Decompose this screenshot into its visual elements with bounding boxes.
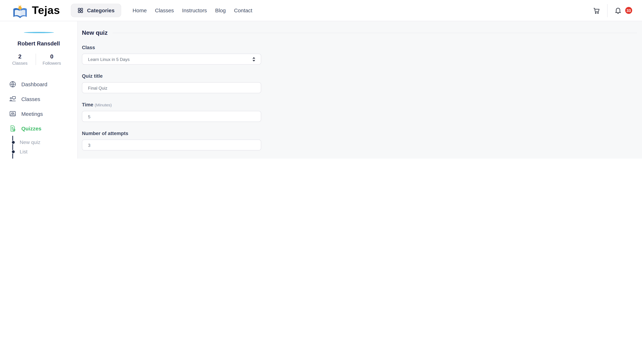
class-select-value: Learn Linux in 5 Days [88,57,130,62]
quiz-title-label: Quiz title [82,73,261,79]
quiz-title-input[interactable] [82,82,261,93]
stat-classes-label: Classes [4,60,36,66]
avatar [24,32,54,33]
nav-link-home[interactable]: Home [133,7,147,13]
sidebar-item-dashboard[interactable]: Dashboard [9,77,77,92]
classes-icon [9,95,17,103]
profile-stats: 2 Classes 0 Followers [4,53,68,66]
notification-badge: 33 [625,7,632,14]
dashboard-globe-icon [9,80,17,88]
page-title: New quiz [82,30,108,36]
nav-link-classes[interactable]: Classes [155,7,174,13]
attempts-label: Number of attempts [82,130,261,136]
brand-name: Tejas [32,4,60,17]
stat-followers: 0 Followers [36,53,68,66]
submenu-item-list[interactable]: List [13,147,77,156]
sidebar-menu: Dashboard Classes Meetings [0,77,77,158]
time-label: Time (Minutes) [82,102,261,108]
main-nav: Home Classes Instructors Blog Contact [133,7,252,13]
section-rule [113,32,637,33]
submenu-item-results[interactable]: Results [13,156,77,158]
class-label: Class [82,44,261,50]
nav-divider [607,4,607,17]
nav-link-contact[interactable]: Contact [234,7,252,13]
bell-icon[interactable] [614,6,622,14]
stat-classes-value: 2 [4,53,36,60]
time-suffix: (Minutes) [95,103,112,107]
quizzes-icon [9,125,17,132]
sidebar-item-label: Quizzes [21,126,41,132]
sidebar-item-quizzes[interactable]: Quizzes [9,121,77,136]
meetings-icon [9,110,17,118]
cart-icon[interactable] [592,6,601,14]
time-input[interactable] [82,111,261,122]
sidebar-item-classes[interactable]: Classes [9,92,77,106]
stat-followers-value: 0 [36,53,68,60]
sidebar-item-label: Classes [21,96,40,102]
app: Tejas Categories Home Classes Instructor… [0,0,642,158]
categories-label: Categories [87,7,115,13]
categories-grid-icon [77,7,83,13]
sidebar-item-label: Dashboard [21,81,47,87]
attempts-input[interactable] [82,140,261,150]
submenu-item-new-quiz[interactable]: New quiz [13,137,77,147]
sidebar-item-label: Meetings [21,111,43,117]
select-updown-icon [252,56,256,62]
navbar-actions: 33 [592,4,632,17]
sidebar-item-meetings[interactable]: Meetings [9,106,77,121]
tejas-book-flame-icon [12,3,29,18]
class-select[interactable]: Learn Linux in 5 Days [82,54,261,65]
navbar: Tejas Categories Home Classes Instructor… [0,0,642,21]
quiz-form: Class Learn Linux in 5 Days Quiz title T… [82,44,261,158]
nav-link-instructors[interactable]: Instructors [182,7,207,13]
main-content: New quiz Class Learn Linux in 5 Days Qui… [78,21,642,158]
quizzes-submenu: New quiz List Results My results Not Par… [12,136,77,158]
sidebar: Robert Ransdell 2 Classes 0 Followers [0,21,78,158]
brand-logo[interactable]: Tejas [12,3,60,18]
profile-name: Robert Ransdell [0,40,77,46]
stat-classes: 2 Classes [4,53,36,66]
categories-button[interactable]: Categories [71,4,121,17]
nav-link-blog[interactable]: Blog [215,7,226,13]
stat-followers-label: Followers [36,60,68,66]
